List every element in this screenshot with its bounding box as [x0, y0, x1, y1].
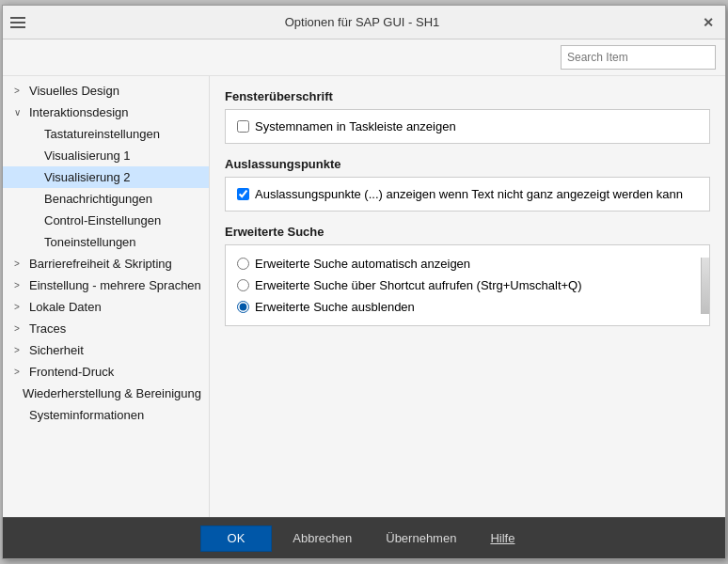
sidebar-label-control-einstellungen: Control-Einstellungen [44, 213, 161, 227]
erweiterte-suche-box: Erweiterte Suche automatisch anzeigenErw… [225, 244, 710, 326]
main-content: >Visuelles Design∨InteraktionsdesignTast… [3, 76, 725, 517]
sidebar-label-visualisierung1: Visualisierung 1 [44, 149, 131, 163]
sidebar-label-visualisierung2: Visualisierung 2 [44, 170, 131, 184]
collapse-icon: ∨ [14, 107, 25, 118]
sidebar-label-lokale-daten: Lokale Daten [29, 300, 102, 314]
sidebar: >Visuelles Design∨InteraktionsdesignTast… [3, 76, 210, 517]
hamburger-icon[interactable] [10, 17, 25, 28]
sidebar-item-control-einstellungen[interactable]: Control-Einstellungen [3, 210, 209, 231]
sidebar-label-sicherheit: Sicherheit [29, 343, 84, 357]
auslassungspunkte-row: Auslassungspunkte (...) anzeigen wenn Te… [237, 185, 698, 203]
radio-row-ausblenden: Erweiterte Suche ausblenden [237, 296, 698, 318]
sidebar-label-frontend-druck: Frontend-Druck [29, 365, 114, 379]
sidebar-item-visualisierung1[interactable]: Visualisierung 1 [3, 145, 209, 166]
close-button[interactable]: ✕ [699, 13, 718, 32]
title-bar-left [10, 17, 25, 28]
radio-label-shortcut: Erweiterte Suche über Shortcut aufrufen … [255, 278, 582, 292]
sidebar-label-interaktionsdesign: Interaktionsdesign [29, 105, 129, 119]
sidebar-label-visuelles-design: Visuelles Design [29, 84, 119, 98]
fensteruberschrift-box: Systemnamen in Taskleiste anzeigen [225, 109, 710, 144]
sidebar-item-wiederherstellung[interactable]: Wiederherstellung & Bereinigung [3, 383, 209, 404]
radio-shortcut[interactable] [237, 279, 249, 291]
hilfe-button[interactable]: Hilfe [477, 525, 528, 552]
systemnamen-checkbox[interactable] [237, 120, 249, 133]
sidebar-item-barrierefreiheit[interactable]: >Barrierefreiheit & Skripting [3, 253, 209, 274]
radio-auto[interactable] [237, 258, 249, 270]
auslassungspunkte-checkbox[interactable] [237, 188, 249, 200]
sidebar-label-toneinstellungen: Toneinstellungen [44, 235, 136, 249]
auslassungspunkte-label: Auslassungspunkte (...) anzeigen wenn Te… [255, 187, 683, 201]
sidebar-item-traces[interactable]: >Traces [3, 318, 209, 339]
sidebar-item-systeminformationen[interactable]: Systeminformationen [3, 404, 209, 426]
sidebar-item-frontend-druck[interactable]: >Frontend-Druck [3, 361, 209, 383]
sidebar-item-tastatureinstellungen[interactable]: Tastatureinstellungen [3, 123, 209, 145]
main-dialog: Optionen für SAP GUI - SH1 ✕ >Visuelles … [2, 5, 726, 559]
radio-label-auto: Erweiterte Suche automatisch anzeigen [255, 257, 470, 271]
systemnamen-label: Systemnamen in Taskleiste anzeigen [255, 119, 456, 133]
right-panel: Fensterüberschrift Systemnamen in Taskle… [210, 76, 725, 517]
radio-row-shortcut: Erweiterte Suche über Shortcut aufrufen … [237, 274, 698, 296]
sidebar-item-interaktionsdesign[interactable]: ∨Interaktionsdesign [3, 102, 209, 123]
radio-row-auto: Erweiterte Suche automatisch anzeigen [237, 253, 698, 274]
sidebar-label-wiederherstellung: Wiederherstellung & Bereinigung [23, 386, 201, 400]
sidebar-label-benachrichtigungen: Benachrichtigungen [44, 192, 152, 206]
sidebar-item-sicherheit[interactable]: >Sicherheit [3, 339, 209, 361]
sidebar-label-barrierefreiheit: Barrierefreiheit & Skripting [29, 257, 172, 271]
fensteruberschrift-title: Fensterüberschrift [225, 89, 710, 103]
footer: OK Abbrechen Übernehmen Hilfe [3, 517, 725, 558]
sidebar-item-benachrichtigungen[interactable]: Benachrichtigungen [3, 188, 209, 210]
expand-icon: > [14, 258, 25, 269]
radio-ausblenden[interactable] [237, 301, 249, 313]
expand-icon: > [14, 302, 25, 312]
expand-icon: > [14, 323, 25, 334]
sidebar-item-lokale-daten[interactable]: >Lokale Daten [3, 296, 209, 318]
expand-icon: > [14, 345, 25, 355]
sidebar-label-systeminformationen: Systeminformationen [29, 408, 144, 422]
expand-icon: > [14, 86, 25, 96]
sidebar-label-einstellung-sprachen: Einstellung - mehrere Sprachen [29, 278, 201, 292]
ok-button[interactable]: OK [200, 525, 273, 552]
sidebar-label-traces: Traces [29, 321, 66, 336]
sidebar-label-tastatureinstellungen: Tastatureinstellungen [44, 127, 160, 141]
expand-icon: > [14, 280, 25, 290]
abbrechen-button[interactable]: Abbrechen [279, 525, 365, 552]
title-bar: Optionen für SAP GUI - SH1 ✕ [3, 6, 725, 39]
search-bar [3, 39, 725, 76]
sidebar-item-toneinstellungen[interactable]: Toneinstellungen [3, 231, 209, 253]
search-input[interactable] [561, 45, 716, 70]
sidebar-item-visualisierung2[interactable]: Visualisierung 2 [3, 166, 209, 188]
systemnamen-row: Systemnamen in Taskleiste anzeigen [237, 118, 698, 135]
dialog-title: Optionen für SAP GUI - SH1 [25, 15, 699, 29]
ubernehmen-button[interactable]: Übernehmen [372, 525, 469, 552]
sidebar-item-visuelles-design[interactable]: >Visuelles Design [3, 80, 209, 102]
expand-icon: > [14, 367, 25, 377]
radio-label-ausblenden: Erweiterte Suche ausblenden [255, 300, 415, 314]
erweiterte-suche-title: Erweiterte Suche [225, 225, 710, 239]
auslassungspunkte-title: Auslassungspunkte [225, 157, 710, 171]
auslassungspunkte-box: Auslassungspunkte (...) anzeigen wenn Te… [225, 177, 710, 212]
sidebar-item-einstellung-sprachen[interactable]: >Einstellung - mehrere Sprachen [3, 274, 209, 296]
